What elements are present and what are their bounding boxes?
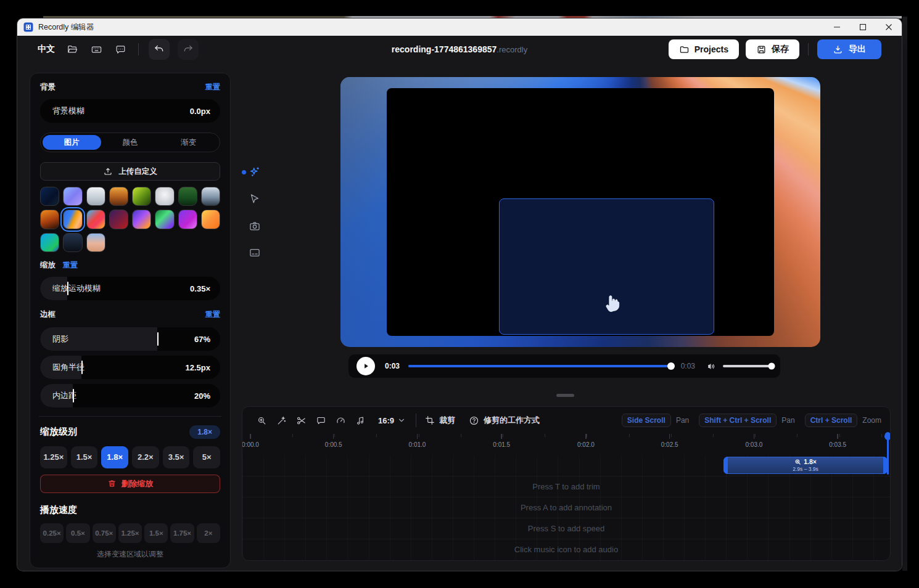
speed-option-1-25[interactable]: 1.25× (118, 523, 142, 543)
undo-button[interactable] (149, 39, 170, 60)
background-thumbnail[interactable] (63, 233, 82, 252)
seek-bar-knob[interactable] (667, 362, 675, 370)
background-thumbnail[interactable] (86, 233, 105, 252)
background-thumbnail[interactable] (40, 210, 59, 229)
scissors-trim-icon[interactable] (293, 412, 309, 428)
background-blur-slider[interactable]: 背景模糊 0.0px (40, 99, 220, 123)
background-thumbnail[interactable] (40, 187, 59, 206)
zoom-option-1-5[interactable]: 1.5× (71, 446, 98, 468)
background-thumbnail[interactable] (86, 210, 105, 229)
background-thumbnail[interactable] (86, 187, 105, 206)
speed-option-2[interactable]: 2× (197, 523, 220, 543)
border-section-title: 边框 (40, 309, 56, 320)
playhead[interactable] (887, 434, 889, 475)
effects-sparkles-icon[interactable] (249, 166, 261, 178)
trim-track[interactable]: Press T to add trim (242, 476, 890, 497)
speed-option-0-25[interactable]: 0.25× (40, 523, 64, 543)
background-thumbnail[interactable] (201, 187, 220, 206)
background-thumbnail[interactable] (155, 187, 174, 206)
crop-label: 裁剪 (439, 415, 455, 426)
background-thumbnail[interactable] (132, 187, 151, 206)
feedback-comment-icon[interactable] (112, 41, 128, 57)
captions-tool-icon[interactable] (249, 247, 261, 259)
ruler-tick (585, 434, 587, 439)
crop-button[interactable]: 裁剪 (425, 415, 455, 426)
audio-track[interactable]: Click music icon to add audio (242, 539, 890, 560)
zoom-reset-link[interactable]: 重置 (63, 260, 78, 271)
panel-resize-handle[interactable] (556, 394, 574, 397)
zoom-level-options: 1.25× 1.5× 1.8× 2.2× 3.5× 5× (40, 446, 220, 468)
speed-option-1-5[interactable]: 1.5× (144, 523, 168, 543)
slider-label: 阴影 (52, 333, 68, 345)
seek-bar[interactable] (408, 365, 672, 367)
speed-option-0-5[interactable]: 0.5× (66, 523, 89, 543)
zoom-option-1-8-selected[interactable]: 1.8× (101, 446, 128, 468)
zoom-option-5[interactable]: 5× (193, 446, 220, 468)
video-preview[interactable] (340, 77, 820, 347)
delete-zoom-button[interactable]: 删除缩放 (40, 475, 220, 493)
tab-color[interactable]: 颜色 (101, 135, 160, 150)
background-thumbnail[interactable] (40, 233, 59, 252)
tab-gradient[interactable]: 渐变 (159, 135, 218, 150)
speed-option-1-75[interactable]: 1.75× (170, 523, 194, 543)
trim-help-button[interactable]: 修剪的工作方式 (469, 415, 540, 426)
padding-slider[interactable]: 内边距 20% (40, 384, 220, 407)
background-reset-link[interactable]: 重置 (205, 82, 220, 92)
speaker-icon[interactable] (706, 361, 717, 372)
ruler-tick (669, 434, 670, 439)
export-button[interactable]: 导出 (817, 39, 881, 59)
audio-hint: Click music icon to add audio (514, 545, 618, 554)
background-thumbnail-selected[interactable] (63, 210, 82, 229)
background-thumbnail[interactable] (201, 210, 220, 229)
magic-wand-icon[interactable] (273, 412, 289, 428)
zoom-segment-block[interactable]: 1.8× 2.9s – 3.9s (723, 457, 888, 474)
background-thumbnail[interactable] (132, 210, 151, 229)
zoom-motion-blur-slider[interactable]: 缩放运动模糊 0.35× (40, 277, 220, 300)
projects-button[interactable]: Projects (669, 39, 739, 59)
background-thumbnail[interactable] (178, 187, 197, 206)
save-button[interactable]: 保存 (746, 39, 799, 59)
cursor-tool-icon[interactable] (248, 193, 260, 205)
speed-track[interactable]: Press S to add speed (242, 518, 890, 539)
app-logo-icon (23, 22, 33, 32)
corner-radius-slider[interactable]: 圆角半径 12.5px (40, 356, 220, 379)
background-thumbnail[interactable] (63, 187, 82, 206)
annotation-comment-icon[interactable] (313, 412, 329, 428)
background-thumbnail[interactable] (109, 187, 128, 206)
speed-gauge-icon[interactable] (332, 412, 348, 428)
aspect-ratio-dropdown[interactable]: 16:9 (378, 416, 406, 425)
zoom-track[interactable]: 1.8× 2.9s – 3.9s (242, 455, 890, 476)
ruler-tick (754, 434, 755, 439)
volume-slider[interactable] (723, 365, 772, 367)
keyboard-shortcuts-icon[interactable] (88, 41, 104, 57)
speed-option-0-75[interactable]: 0.75× (93, 523, 116, 543)
upload-custom-button[interactable]: 上传自定义 (40, 162, 220, 181)
close-icon[interactable] (876, 18, 902, 36)
tab-image[interactable]: 图片 (43, 135, 101, 150)
music-note-icon[interactable] (352, 412, 368, 428)
background-thumbnail[interactable] (178, 210, 197, 229)
timeline-ruler[interactable]: 0:00.0 0:00.5 0:01.0 0:01.5 0:02.0 0:02.… (242, 434, 890, 455)
maximize-icon[interactable] (850, 18, 876, 36)
zoom-option-2-2[interactable]: 2.2× (132, 446, 159, 468)
redo-button[interactable] (178, 39, 199, 60)
titlebar: Recordly 编辑器 (17, 18, 902, 36)
zoom-region-box[interactable] (499, 198, 714, 335)
ruler-label: 0:03.0 (745, 441, 762, 448)
play-button[interactable] (356, 357, 375, 375)
timeline-zoom-in-icon[interactable] (253, 412, 270, 428)
minimize-icon[interactable] (824, 18, 850, 36)
camera-tool-icon[interactable] (249, 220, 261, 232)
open-folder-icon[interactable] (64, 41, 80, 57)
volume-knob[interactable] (769, 363, 775, 370)
shadow-slider[interactable]: 阴影 67% (40, 327, 220, 351)
zoom-option-3-5[interactable]: 3.5× (163, 446, 190, 468)
annotation-track[interactable]: Press A to add annotation (242, 497, 890, 518)
background-thumbnail[interactable] (109, 210, 128, 229)
border-reset-link[interactable]: 重置 (205, 309, 220, 320)
background-thumbnail[interactable] (155, 210, 174, 229)
zoom-option-1-25[interactable]: 1.25× (40, 446, 67, 468)
language-button[interactable]: 中文 (36, 41, 56, 57)
toolbar-right: Projects 保存 导出 (669, 39, 881, 59)
slider-handle[interactable] (157, 332, 159, 346)
